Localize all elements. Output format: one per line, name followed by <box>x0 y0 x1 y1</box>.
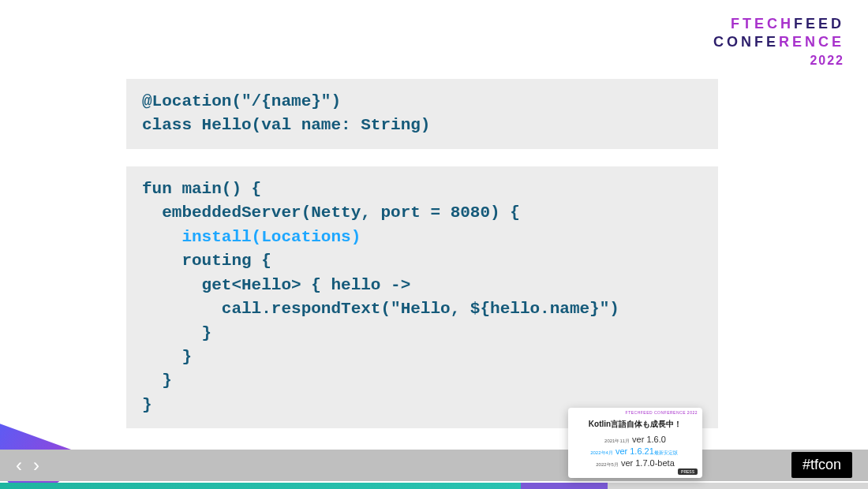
hashtag-badge: #tfcon <box>791 452 852 478</box>
progress-buffer <box>521 483 608 489</box>
prev-slide-button[interactable]: ‹ <box>16 454 22 476</box>
next-slide-preview[interactable]: FTECHFEED CONFERENCE 2022 Kotlin言語自体も成長中… <box>568 408 702 478</box>
code-block-1: @Location("/{name}") class Hello(val nam… <box>126 79 718 149</box>
slide-content: @Location("/{name}") class Hello(val nam… <box>126 79 718 446</box>
progress-fill <box>0 483 521 489</box>
preview-row-2: 2022年4月ver 1.6.21最新安定版 <box>576 446 694 457</box>
player-bottom-bar: ‹ › <box>0 450 868 481</box>
code-block-2: fun main() { embeddedServer(Netty, port … <box>126 166 718 428</box>
preview-title: Kotlin言語自体も成長中！ <box>576 419 694 430</box>
next-slide-button[interactable]: › <box>33 454 39 476</box>
slide-nav: ‹ › <box>16 454 39 476</box>
brand-line-1: FTECHFEED <box>713 16 844 32</box>
brand-line-2: CONFERENCE <box>713 34 844 50</box>
preview-row-1: 2021年11月ver 1.6.0 <box>576 435 694 445</box>
conference-branding: FTECHFEED CONFERENCE 2022 <box>713 16 844 68</box>
progress-track[interactable] <box>0 483 868 489</box>
preview-row-3: 2022年5月ver 1.7.0-beta <box>576 458 694 468</box>
preview-badge: PRESS <box>678 468 698 475</box>
brand-year: 2022 <box>713 54 844 68</box>
preview-brand: FTECHFEED CONFERENCE 2022 <box>626 411 698 416</box>
